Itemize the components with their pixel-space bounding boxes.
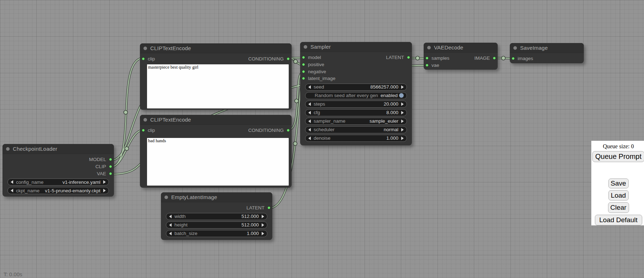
output-row: VAE (2, 170, 114, 177)
widget-ckpt-name[interactable]: ckpt_name v1-5-pruned-emaonly.ckpt (7, 187, 109, 194)
input-port-samples[interactable] (425, 57, 429, 60)
node-empty-latent-titlebar[interactable]: EmptyLatentImage (161, 192, 272, 202)
save-button[interactable]: Save (608, 178, 629, 188)
increment-arrow-icon[interactable] (262, 215, 264, 218)
output-label: CLIP (95, 164, 106, 169)
node-status-dot[interactable] (6, 147, 10, 151)
node-status-dot[interactable] (304, 45, 307, 49)
node-checkpoint-loader-titlebar[interactable]: CheckpointLoader (2, 144, 114, 154)
input-port-latent-image[interactable] (302, 77, 305, 80)
output-port-image[interactable] (493, 57, 496, 60)
input-port-images[interactable] (512, 57, 515, 60)
decrement-arrow-icon[interactable] (169, 215, 172, 218)
link-midpoint-dot (416, 56, 420, 60)
increment-arrow-icon[interactable] (262, 223, 264, 227)
output-port-vae[interactable] (109, 172, 112, 175)
decrement-arrow-icon[interactable] (11, 189, 13, 192)
increment-arrow-icon[interactable] (401, 137, 404, 140)
input-label: images (518, 56, 533, 61)
increment-arrow-icon[interactable] (262, 232, 264, 235)
widget-sampler-name[interactable]: sampler_name sample_euler (305, 118, 407, 125)
node-save-image[interactable]: SaveImage images (510, 43, 584, 63)
widget-config-name[interactable]: config_name v1-inference.yaml (7, 178, 109, 186)
increment-arrow-icon[interactable] (103, 180, 106, 184)
input-label: clip (148, 128, 155, 133)
node-status-dot[interactable] (513, 46, 517, 50)
node-clip-negative-titlebar[interactable]: CLIPTextEncode (140, 115, 292, 125)
decrement-arrow-icon[interactable] (308, 85, 311, 89)
node-clip-positive-titlebar[interactable]: CLIPTextEncode (140, 43, 292, 53)
output-port-clip[interactable] (109, 165, 112, 168)
input-port-clip[interactable] (142, 57, 145, 60)
widget-width[interactable]: width 512.000 (166, 213, 267, 220)
slot-row: images (510, 55, 584, 62)
widget-value: v1-inference.yaml (62, 180, 100, 185)
node-checkpoint-loader[interactable]: CheckpointLoader MODEL CLIP VAE config_n… (2, 144, 114, 197)
output-port-model[interactable] (109, 158, 112, 161)
output-port-conditioning[interactable] (287, 57, 290, 60)
input-port-clip[interactable] (142, 129, 145, 132)
node-status-dot[interactable] (143, 118, 147, 122)
decrement-arrow-icon[interactable] (308, 102, 311, 106)
increment-arrow-icon[interactable] (401, 128, 404, 132)
increment-arrow-icon[interactable] (401, 119, 404, 123)
node-sampler-titlebar[interactable]: Sampler (300, 42, 412, 52)
comfy-menu-panel[interactable]: Queue size: 0 Queue Prompt Save Load Cle… (591, 141, 644, 225)
widget-value: 8566257.000 (370, 84, 398, 90)
widget-steps[interactable]: steps 20.000 (305, 101, 407, 108)
widget-value: enabled (381, 93, 398, 98)
clear-button[interactable]: Clear (608, 202, 629, 213)
node-vae-decode[interactable]: VAEDecode samples IMAGE vae (424, 43, 498, 70)
widget-scheduler[interactable]: scheduler normal (305, 126, 407, 133)
link-midpoint-dot (293, 142, 297, 146)
widget-label: scheduler (314, 127, 335, 132)
decrement-arrow-icon[interactable] (169, 232, 172, 235)
output-port-latent[interactable] (267, 206, 271, 209)
input-port-model[interactable] (302, 56, 305, 59)
load-default-button[interactable]: Load Default (595, 215, 642, 225)
widget-cfg[interactable]: cfg 8.000 (305, 109, 407, 116)
increment-arrow-icon[interactable] (103, 189, 106, 192)
widget-denoise[interactable]: denoise 1.000 (305, 135, 407, 142)
decrement-arrow-icon[interactable] (308, 111, 311, 114)
link-midpoint-dot (124, 111, 128, 114)
node-status-dot[interactable] (164, 196, 168, 199)
link-midpoint-dot (294, 60, 298, 64)
widget-value: 1.000 (247, 231, 259, 236)
widget-random-seed-toggle[interactable]: Random seed after every gen enabled (305, 92, 407, 99)
input-label: vae (431, 63, 439, 68)
node-sampler[interactable]: Sampler model LATENT positive negative l… (300, 42, 412, 145)
decrement-arrow-icon[interactable] (169, 223, 172, 227)
increment-arrow-icon[interactable] (401, 111, 404, 114)
node-title: VAEDecode (434, 44, 463, 50)
node-status-dot[interactable] (427, 46, 431, 49)
input-port-positive[interactable] (302, 63, 305, 66)
widget-batch-size[interactable]: batch_size 1.000 (166, 230, 267, 237)
node-status-dot[interactable] (143, 47, 147, 50)
increment-arrow-icon[interactable] (401, 102, 404, 106)
output-port-conditioning[interactable] (287, 129, 290, 132)
decrement-arrow-icon[interactable] (308, 119, 311, 123)
decrement-arrow-icon[interactable] (11, 180, 13, 184)
positive-prompt-textarea[interactable]: masterpiece best quality girl (147, 64, 289, 108)
widget-height[interactable]: height 512.000 (166, 221, 267, 229)
slot-row: positive (300, 61, 412, 68)
input-port-negative[interactable] (302, 70, 305, 73)
increment-arrow-icon[interactable] (401, 85, 404, 89)
widget-seed[interactable]: seed 8566257.000 (305, 84, 407, 91)
node-vae-decode-titlebar[interactable]: VAEDecode (424, 43, 498, 53)
slot-row: samples IMAGE (424, 55, 498, 62)
node-save-image-titlebar[interactable]: SaveImage (510, 43, 584, 53)
link-midpoint-dot (295, 99, 299, 103)
load-button[interactable]: Load (608, 190, 629, 201)
queue-prompt-button[interactable]: Queue Prompt (592, 151, 644, 162)
input-port-vae[interactable] (425, 64, 429, 67)
node-empty-latent-image[interactable]: EmptyLatentImage LATENT width 512.000 he… (161, 192, 272, 240)
node-clip-text-encode-positive[interactable]: CLIPTextEncode clip CONDITIONING masterp… (140, 43, 292, 110)
decrement-arrow-icon[interactable] (308, 137, 311, 140)
node-clip-text-encode-negative[interactable]: CLIPTextEncode clip CONDITIONING bad han… (140, 115, 292, 188)
decrement-arrow-icon[interactable] (308, 128, 311, 132)
toggle-dot[interactable] (399, 93, 404, 98)
negative-prompt-textarea[interactable]: bad hands (147, 138, 289, 186)
output-port-latent[interactable] (407, 56, 410, 59)
